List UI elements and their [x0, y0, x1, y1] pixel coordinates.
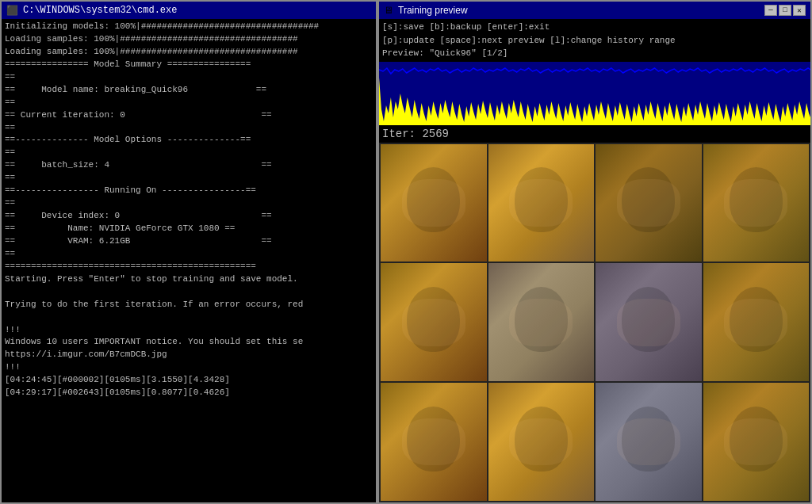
- desktop: ⬛ C:\WINDOWS\system32\cmd.exe Initializi…: [0, 0, 812, 504]
- face-cell-12: [703, 383, 810, 501]
- face-cell-2: [488, 144, 595, 262]
- face-cell-3: [596, 144, 702, 262]
- face-cell-4: [703, 144, 810, 262]
- loss-chart: [379, 62, 810, 125]
- preview-body: [s]:save [b]:backup [enter]:exit [p]:upd…: [379, 19, 810, 502]
- preview-title: Training preview: [398, 5, 760, 16]
- titlebar-buttons: — □ ✕: [764, 5, 806, 16]
- cmd-icon: ⬛: [6, 5, 18, 17]
- shortcuts-panel: [s]:save [b]:backup [enter]:exit [p]:upd…: [379, 19, 810, 62]
- shortcut-line-2: [p]:update [space]:next preview [l]:chan…: [382, 34, 807, 48]
- chart-svg: [379, 62, 810, 125]
- iter-label: Iter: 2569: [379, 125, 810, 143]
- face-cell-1: [381, 144, 487, 262]
- cmd-body: Initializing models: 100%|##############…: [2, 19, 376, 502]
- cmd-titlebar: ⬛ C:\WINDOWS\system32\cmd.exe: [2, 2, 376, 19]
- close-button[interactable]: ✕: [793, 5, 806, 16]
- face-cell-5: [381, 263, 487, 381]
- face-grid: [379, 143, 810, 503]
- preview-icon: 🖥: [384, 5, 393, 17]
- preview-titlebar: 🖥 Training preview — □ ✕: [379, 2, 810, 19]
- minimize-button[interactable]: —: [764, 5, 777, 16]
- face-cell-7: [596, 263, 702, 381]
- cmd-output: Initializing models: 100%|##############…: [5, 21, 373, 399]
- face-cell-11: [596, 383, 702, 501]
- cmd-window: ⬛ C:\WINDOWS\system32\cmd.exe Initializi…: [0, 0, 377, 504]
- face-cell-6: [488, 263, 595, 381]
- face-cell-8: [703, 263, 810, 381]
- maximize-button[interactable]: □: [779, 5, 791, 16]
- preview-window: 🖥 Training preview — □ ✕ [s]:save [b]:ba…: [377, 0, 812, 504]
- shortcut-line-1: [s]:save [b]:backup [enter]:exit: [382, 21, 807, 34]
- face-cell-10: [488, 383, 595, 501]
- face-cell-9: [381, 383, 487, 501]
- cmd-title: C:\WINDOWS\system32\cmd.exe: [23, 5, 177, 16]
- preview-name-label: Preview: "Quick96" [1/2]: [382, 47, 807, 60]
